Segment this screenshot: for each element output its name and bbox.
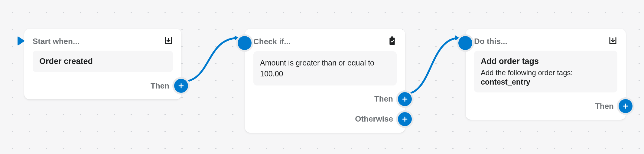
- action-content-sub: Add the following order tags:: [481, 69, 611, 77]
- download-icon: [608, 36, 617, 46]
- trigger-card-title: Start when...: [33, 37, 80, 46]
- action-content-title: Add order tags: [481, 57, 611, 66]
- download-icon: [164, 36, 173, 46]
- input-node: [458, 36, 472, 50]
- trigger-content-label: Order created: [39, 57, 166, 66]
- input-node: [238, 36, 252, 50]
- condition-card[interactable]: Check if... Amount is greater than or eq…: [245, 29, 405, 133]
- port-then-label: Then: [374, 94, 393, 104]
- condition-card-title: Check if...: [253, 37, 291, 46]
- trigger-content: Order created: [33, 51, 173, 72]
- clipboard-check-icon: [388, 36, 397, 47]
- add-step-button[interactable]: [398, 92, 412, 106]
- port-then-label: Then: [151, 81, 169, 91]
- port-otherwise-label: Otherwise: [355, 114, 393, 124]
- action-card-title: Do this...: [474, 37, 507, 46]
- svg-rect-2: [389, 38, 395, 45]
- action-content-tag: contest_entry: [481, 78, 611, 86]
- port-then-label: Then: [595, 102, 614, 111]
- action-card[interactable]: Do this... Add order tags Add the follow…: [466, 29, 626, 120]
- add-step-button[interactable]: [174, 79, 188, 93]
- start-marker-icon: [18, 36, 25, 46]
- svg-rect-3: [391, 36, 393, 38]
- add-step-button[interactable]: [398, 112, 412, 126]
- add-step-button[interactable]: [619, 99, 633, 113]
- action-content: Add order tags Add the following order t…: [474, 51, 617, 92]
- condition-content-text: Amount is greater than or equal to 100.0…: [260, 57, 390, 79]
- condition-content: Amount is greater than or equal to 100.0…: [253, 51, 397, 85]
- trigger-card[interactable]: Start when... Order created Then: [24, 29, 181, 99]
